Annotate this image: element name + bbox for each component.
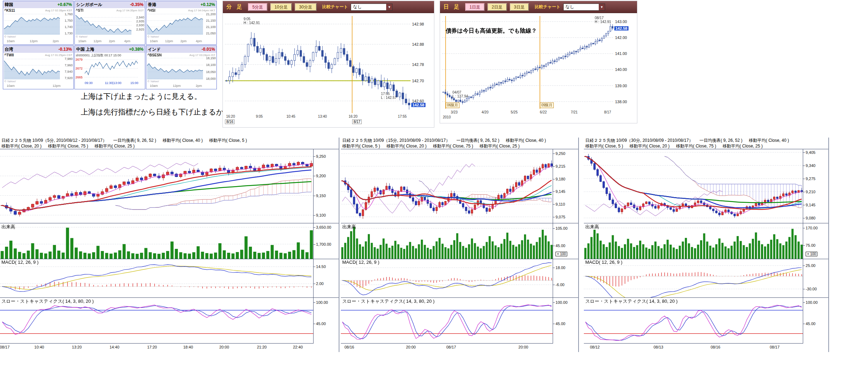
market-tile-hsi[interactable]: 香港+0.12%^HSIAug 17 04:04pm HKT21,20021,1… (146, 1, 217, 45)
compare-select[interactable]: なし▼ (351, 4, 393, 11)
period-button-5分足[interactable]: 5分足 (248, 3, 267, 11)
symbol-label: ^STI (76, 9, 83, 12)
x-axis-label: 08/17 (446, 345, 456, 349)
x-axis-label: 12pm (30, 39, 38, 43)
axis-tick (314, 284, 315, 284)
period-button-30分足[interactable]: 30分足 (295, 3, 316, 11)
chart-panel: MACD( 12, 26, 9 )25.00-30.00 (584, 259, 828, 297)
stochastics-panel-label: スロー・ストキャスティクス( 14, 3, 80, 20 ) (342, 298, 435, 305)
axis-label: 9,250 (316, 154, 326, 158)
market-change-badge: +0.12% (201, 2, 215, 7)
axis-label: 100.00 (806, 300, 818, 305)
mini-chart-canvas (4, 57, 60, 79)
bond-minute-toolbar: 分 足5分足10分足30分足比較チャートなし▼ (223, 1, 434, 13)
chart-panel: 出来高170.0075.00× 100 (584, 223, 828, 259)
x-axis-label: 2pm (52, 39, 59, 43)
axis-tick (553, 246, 555, 246)
axis-label: 9,200 (316, 174, 326, 178)
x-axis-label: 17:55 (398, 115, 407, 118)
chart-panel: 9,4059,3409,2759,2109,1459,080 (584, 149, 828, 223)
legend-item: 移動平均( Close, 25 ) (95, 144, 135, 149)
compare-select-value: なし (353, 4, 362, 10)
timestamp-label: Aug 17 04:35pm SGT (117, 9, 144, 12)
axis-tick (803, 289, 805, 289)
bond-daily-panel: 日 足1日足2日足3日足比較チャートなし▼143.00142.00141.001… (440, 1, 637, 123)
market-change-badge: +0.38% (129, 47, 143, 52)
timestamp-label: Aug 17 01:25pm CST (45, 54, 72, 57)
volume-panel-label: 出来高 (1, 224, 15, 230)
mini-chart: ^KS11Aug 17 02:35pm KST1,7601,7501,7401,… (3, 8, 73, 44)
axis-label: 21,150 (206, 19, 216, 22)
year-label: 2010 (443, 115, 451, 119)
axis-label: 9,210 (806, 190, 816, 194)
axis-label: 2665 (75, 76, 83, 79)
axis-label: 1,700.00 (316, 242, 331, 246)
mini-chart: ^BSESNAug 17 03:28pm IST18,15018,10018,0… (146, 53, 216, 89)
axis-tick (553, 302, 555, 303)
axis-tick (314, 156, 315, 157)
chart-panel: 出来高3,650.001,700.00 (0, 223, 339, 259)
x-axis-label: 7/21 (571, 110, 577, 114)
legend-item: 一目均衡表( 9, 26, 52 ) (456, 138, 499, 143)
market-tile-twii[interactable]: 台湾-0.13%^TWIIAug 17 01:25pm CST7,9807,96… (3, 45, 74, 89)
timestamp-label: Aug 17 02:35pm KST (45, 9, 73, 12)
x-axis-label: 08/13 (654, 345, 664, 349)
x-axis-label: 8/17 (604, 110, 611, 114)
legend-item: 移動平均( Close, 25 ) (479, 144, 519, 149)
market-change-badge: -0.01% (202, 47, 215, 52)
compare-select[interactable]: なし▼ (563, 4, 605, 11)
axis-label: 2,940 (136, 16, 144, 19)
chart-annotation: 9:05H : 142.91 (243, 17, 260, 25)
axis-label: 143.00 (615, 19, 627, 24)
axis-tick (314, 302, 315, 303)
x-axis-label: 2pm (109, 39, 115, 43)
stochastics-canvas (584, 298, 803, 343)
volume-panel-label: 出来高 (585, 224, 599, 230)
bond-minute-panel: 分 足5分足10分足30分足比較チャートなし▼142.98142.88142.7… (222, 1, 434, 128)
axis-label: 9,275 (806, 177, 816, 181)
axis-label: 142.98 (412, 22, 424, 26)
stochastics-canvas (0, 298, 313, 343)
period-button-3日足[interactable]: 3日足 (510, 3, 529, 11)
last-price-tag: 142.58 (411, 103, 425, 107)
axis-label: 9,405 (806, 150, 816, 155)
axis-label: 9,215 (556, 164, 565, 168)
axis-label: 9,080 (806, 216, 816, 220)
chart-panel: スロー・ストキャスティクス( 14, 3, 80, 20 )100.0045.0… (584, 297, 828, 343)
legend-item: 移動平均( Close, 5 ) (342, 144, 380, 149)
x-axis-label: 12pm (52, 84, 61, 88)
stochastics-canvas (341, 298, 553, 343)
market-tile-sti[interactable]: シンガポール-0.35%^STIAug 17 04:35pm SGT2,9402… (74, 1, 145, 45)
legend-item: 移動平均( Close, 75 ) (433, 144, 473, 149)
mini-chart-canvas (147, 13, 203, 35)
axis-label: 2672 (75, 67, 83, 70)
period-button-2日足[interactable]: 2日足 (487, 3, 507, 11)
market-tile-bsesn[interactable]: インド-0.01%^BSESNAug 17 03:28pm IST18,1501… (146, 45, 217, 89)
compare-chart-label: 比較チャート (535, 4, 560, 10)
contract-month-box: 09限月 (540, 102, 554, 108)
market-tile-kospi[interactable]: 韓国+0.67%^KS11Aug 17 02:35pm KST1,7601,75… (3, 1, 74, 45)
mini-chart: ^TWIIAug 17 01:25pm CST7,9807,9607,9407,… (3, 53, 73, 89)
axis-tick (553, 179, 555, 179)
period-button-10分足[interactable]: 10分足 (270, 3, 292, 11)
x-axis-label: 2pm (196, 84, 202, 88)
copyright-label: © Yahoo! (4, 35, 16, 38)
chart-panel: 出来高105.0045.00× 100 (341, 223, 578, 259)
legend-item: 移動平均( Close, 25 ) (722, 144, 762, 149)
compare-chart-label: 比較チャート (322, 4, 348, 10)
period-group-label: 日 足 (444, 4, 461, 10)
market-name: 中国 上海 (76, 46, 94, 52)
legend-item: 移動平均( Close, 40 ) (749, 138, 789, 143)
market-tile-sse[interactable]: 中国 上海+0.38%sh000001 上証指数 00:17 15:002679… (74, 45, 145, 89)
x-axis-label: 20:00 (219, 345, 229, 349)
market-change-badge: -0.35% (130, 2, 143, 7)
period-button-1日足[interactable]: 1日足 (465, 3, 485, 11)
axis-label: 1,760 (64, 12, 73, 16)
market-name: 香港 (148, 2, 156, 8)
axis-label: 45.00 (806, 322, 816, 326)
tech-chart-nk5: 日経２２５先物 10/09（5分, 2010/08/12 - 2010/08/1… (0, 138, 339, 352)
price-canvas (0, 149, 313, 223)
axis-label: 142.60 (412, 99, 424, 103)
volume-canvas (0, 223, 313, 259)
axis-tick (553, 228, 555, 229)
